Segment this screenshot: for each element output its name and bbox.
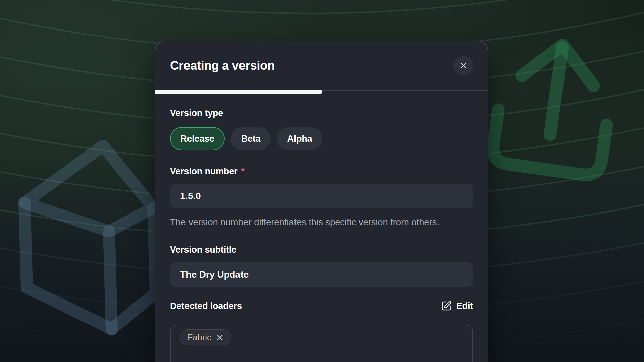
- close-button[interactable]: [453, 56, 473, 75]
- version-number-input[interactable]: [170, 184, 473, 208]
- version-subtitle-input[interactable]: [170, 262, 473, 287]
- progress-bar-fill: [155, 90, 322, 94]
- close-icon: [459, 61, 468, 70]
- edit-icon: [441, 301, 452, 311]
- detected-loaders-row: Detected loaders Edit: [170, 301, 473, 311]
- version-number-help: The version number differentiates this s…: [170, 215, 455, 230]
- version-type-options: Release Beta Alpha: [170, 127, 473, 150]
- version-type-beta-button[interactable]: Beta: [231, 127, 271, 150]
- remove-loader-button[interactable]: [216, 334, 224, 341]
- required-asterisk: *: [241, 166, 244, 177]
- loader-chip-fabric: Fabric: [180, 329, 231, 345]
- detected-loaders-label: Detected loaders: [170, 301, 242, 311]
- edit-loaders-button[interactable]: Edit: [441, 301, 473, 311]
- version-subtitle-label: Version subtitle: [170, 244, 473, 255]
- version-number-label: Version number *: [170, 166, 473, 177]
- page-background: Creating a version Version type Release …: [0, 0, 644, 362]
- modal-body: Version type Release Beta Alpha Version …: [155, 94, 488, 362]
- version-type-release-button[interactable]: Release: [170, 127, 225, 150]
- version-type-label: Version type: [170, 108, 473, 118]
- remove-loader-x-icon: [216, 334, 224, 341]
- edit-button-label: Edit: [456, 301, 473, 311]
- progress-bar: [155, 90, 488, 94]
- modal-header: Creating a version: [155, 41, 488, 90]
- detected-loaders-box: Fabric: [170, 325, 473, 362]
- create-version-modal: Creating a version Version type Release …: [155, 41, 488, 362]
- version-type-alpha-button[interactable]: Alpha: [277, 127, 322, 150]
- loader-chip-label: Fabric: [187, 333, 211, 342]
- modal-title: Creating a version: [170, 59, 275, 73]
